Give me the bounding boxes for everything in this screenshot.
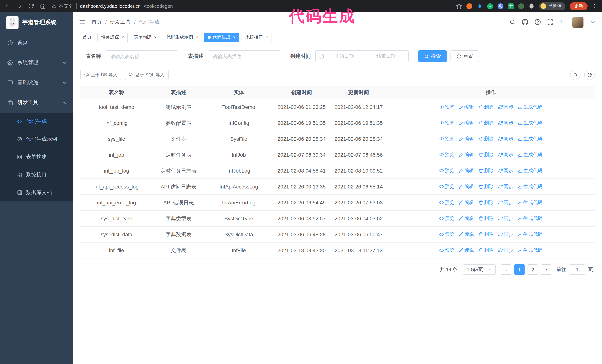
action-edit[interactable]: 编辑 [459, 135, 474, 143]
table-name-input[interactable] [106, 50, 178, 62]
tab-close-icon[interactable]: × [154, 35, 157, 40]
goto-page-input[interactable] [569, 264, 585, 275]
app-logo[interactable]: 芋道管理系统 [0, 12, 73, 32]
paused-badge[interactable]: 已暂停 [539, 2, 565, 10]
table-desc-input[interactable] [208, 50, 280, 62]
tab-代码生成[interactable]: 代码生成× [204, 32, 239, 42]
date-range-picker[interactable]: 开始日期 - 结束日期 [315, 50, 408, 62]
action-edit[interactable]: 编辑 [459, 151, 474, 159]
sidebar-item-infra[interactable]: 基础设施 [0, 73, 73, 93]
sidebar-item-form-builder[interactable]: 表单构建 [0, 148, 73, 166]
drop-extension-icon[interactable] [477, 3, 483, 9]
action-sync[interactable]: 同步 [498, 246, 513, 254]
action-generate[interactable]: 生成代码 [518, 135, 543, 143]
tab-代码生成示例[interactable]: 代码生成示例× [163, 32, 202, 42]
sidebar-item-home[interactable]: 首页 [0, 32, 73, 52]
action-generate[interactable]: 生成代码 [518, 246, 543, 254]
action-sync[interactable]: 同步 [498, 198, 513, 207]
action-preview[interactable]: 预览 [439, 151, 454, 159]
action-delete[interactable]: 删除 [478, 119, 494, 127]
action-sync[interactable]: 同步 [498, 135, 513, 143]
tab-close-icon[interactable]: × [233, 35, 236, 40]
action-preview[interactable]: 预览 [439, 230, 454, 239]
action-generate[interactable]: 生成代码 [518, 214, 543, 223]
update-button[interactable]: 更新 [570, 2, 588, 10]
sidebar-item-system[interactable]: 系统管理 [0, 52, 73, 73]
page-button-1[interactable]: 1 [514, 264, 525, 275]
action-delete[interactable]: 删除 [478, 151, 494, 159]
action-sync[interactable]: 同步 [498, 119, 513, 127]
tab-close-icon[interactable]: × [266, 35, 268, 40]
action-edit[interactable]: 编辑 [459, 183, 474, 191]
address-bar[interactable]: 不安全 dashboard.yudao.iocoder.cn/tool/code… [52, 3, 173, 10]
prev-page-button[interactable] [501, 264, 511, 275]
action-sync[interactable]: 同步 [498, 230, 513, 239]
check-extension-icon[interactable] [487, 3, 493, 9]
breadcrumb-item[interactable]: 首页 [92, 19, 102, 25]
action-delete[interactable]: 删除 [478, 198, 494, 207]
reload-icon[interactable] [28, 3, 34, 9]
sidebar-item-devtools[interactable]: 研发工具 [0, 93, 73, 113]
action-generate[interactable]: 生成代码 [518, 119, 543, 127]
import-db-button[interactable]: 基于 DB 导入 [80, 70, 121, 80]
page-size-select[interactable]: 10条/页 [463, 264, 496, 275]
action-preview[interactable]: 预览 [439, 183, 454, 191]
action-preview[interactable]: 预览 [439, 135, 454, 143]
tab-close-icon[interactable]: × [121, 35, 124, 40]
import-sql-button[interactable]: 基于 SQL 导入 [125, 70, 168, 80]
action-sync[interactable]: 同步 [498, 151, 513, 159]
action-delete[interactable]: 删除 [478, 246, 494, 254]
action-generate[interactable]: 生成代码 [518, 167, 543, 175]
show-search-button[interactable] [570, 70, 580, 80]
page-button-2[interactable]: 2 [527, 264, 538, 275]
fullscreen-icon[interactable] [547, 19, 553, 25]
users-extension-icon[interactable] [497, 3, 504, 9]
tab-系统接口[interactable]: 系统接口× [242, 32, 272, 42]
avatar-caret-icon[interactable] [590, 19, 596, 25]
search-button[interactable]: 搜索 [418, 50, 447, 62]
action-edit[interactable]: 编辑 [459, 246, 474, 254]
refresh-table-button[interactable] [584, 70, 595, 80]
sidebar-item-codegen-example[interactable]: 代码生成示例 [0, 130, 73, 148]
action-edit[interactable]: 编辑 [459, 103, 474, 111]
tab-链路追踪[interactable]: 链路追踪× [97, 32, 128, 42]
github-icon[interactable] [522, 19, 528, 25]
action-edit[interactable]: 编辑 [459, 230, 474, 239]
breadcrumb-item[interactable]: 研发工具 [110, 19, 131, 25]
action-preview[interactable]: 预览 [439, 214, 454, 223]
action-generate[interactable]: 生成代码 [518, 198, 543, 207]
leaf-extension-icon[interactable] [518, 3, 524, 9]
tab-首页[interactable]: 首页 [79, 32, 95, 42]
action-preview[interactable]: 预览 [439, 246, 454, 254]
action-preview[interactable]: 预览 [439, 167, 454, 175]
forward-icon[interactable] [16, 3, 22, 9]
home-icon[interactable] [40, 3, 46, 9]
sidebar-item-codegen[interactable]: 代码生成 [0, 113, 73, 130]
action-generate[interactable]: 生成代码 [518, 183, 543, 191]
action-delete[interactable]: 删除 [478, 230, 494, 239]
tab-表单构建[interactable]: 表单构建× [130, 32, 161, 42]
action-edit[interactable]: 编辑 [459, 119, 474, 127]
action-delete[interactable]: 删除 [478, 167, 494, 175]
action-sync[interactable]: 同步 [498, 103, 513, 111]
action-sync[interactable]: 同步 [498, 167, 513, 175]
action-delete[interactable]: 删除 [478, 135, 494, 143]
tab-close-icon[interactable]: × [196, 35, 198, 40]
action-preview[interactable]: 预览 [439, 103, 454, 111]
action-edit[interactable]: 编辑 [459, 198, 474, 207]
next-page-button[interactable] [541, 264, 551, 275]
action-sync[interactable]: 同步 [498, 214, 513, 223]
action-generate[interactable]: 生成代码 [518, 103, 543, 111]
action-edit[interactable]: 编辑 [459, 214, 474, 223]
font-size-icon[interactable]: TT [560, 19, 566, 25]
action-sync[interactable]: 同步 [498, 183, 513, 191]
back-icon[interactable] [4, 3, 10, 9]
sidebar-item-db-doc[interactable]: 数据库文档 [0, 184, 73, 201]
orange-extension-icon[interactable] [466, 3, 472, 9]
hamburger-icon[interactable] [79, 19, 86, 26]
action-generate[interactable]: 生成代码 [518, 151, 543, 159]
action-preview[interactable]: 预览 [439, 119, 454, 127]
help-icon[interactable] [535, 19, 541, 25]
action-edit[interactable]: 编辑 [459, 167, 474, 175]
puzzle-extensions-icon[interactable] [529, 3, 535, 9]
